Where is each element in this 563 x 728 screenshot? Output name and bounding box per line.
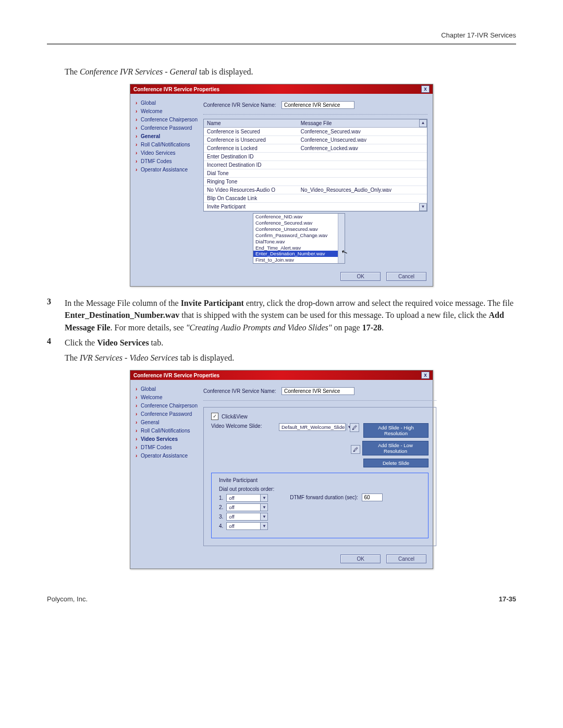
dropdown-item[interactable]: DialTone.wav: [253, 239, 345, 245]
table-header-name: Name: [204, 119, 298, 128]
sidebar-item[interactable]: Global: [136, 99, 198, 107]
sidebar-item[interactable]: Global: [136, 385, 198, 393]
table-cell: Invite Participant: [204, 203, 298, 211]
sidebar-item[interactable]: General: [136, 132, 198, 141]
table-row[interactable]: Incorrect Destination ID: [204, 161, 427, 169]
table-row[interactable]: Conference is SecuredConference_Secured.…: [204, 128, 427, 136]
protocol-number: 3.: [219, 514, 223, 520]
invite-participant-box: Invite Participant Dial out protocols or…: [211, 473, 429, 538]
add-slide-high-button[interactable]: Add Slide - High Resolution: [363, 423, 429, 438]
sidebar-item[interactable]: Conference Password: [136, 124, 198, 132]
ok-button[interactable]: OK: [340, 554, 381, 563]
dialog-buttons: OK Cancel: [130, 551, 433, 569]
table-cell: Conference_Secured.wav: [298, 128, 427, 136]
table-cell: Incorrect Destination ID: [204, 161, 298, 169]
protocol-row: 4.off▼: [219, 522, 274, 530]
close-icon[interactable]: x: [421, 372, 430, 379]
intro2-text: The IVR Services - Video Services tab is…: [65, 352, 516, 364]
protocol-number: 1.: [219, 495, 223, 501]
dropdown-item[interactable]: First_to_Join.wav: [253, 257, 345, 263]
protocol-select[interactable]: off▼: [226, 494, 268, 502]
dialog-sidebar: GlobalWelcomeConference ChairpersonConfe…: [136, 99, 198, 264]
table-row[interactable]: No Video Resources-Audio ONo_Video_Resou…: [204, 186, 427, 194]
sidebar-item[interactable]: Conference Chairperson: [136, 402, 198, 410]
sidebar-item[interactable]: General: [136, 418, 198, 427]
dtmf-duration-input[interactable]: [362, 493, 383, 501]
table-cell: [298, 194, 427, 203]
dial-order-label: Dial out protocols order:: [219, 486, 274, 492]
welcome-slide-label: Video Welcome Slide:: [211, 423, 275, 429]
dialog-main: Conference IVR Service Name: ▲ ▼ Name Me…: [203, 99, 427, 264]
sidebar-item[interactable]: Operator Assistance: [136, 166, 198, 174]
dialog-titlebar: Conference IVR Service Properties x: [130, 371, 433, 380]
sidebar-item[interactable]: Welcome: [136, 107, 198, 116]
service-name-input[interactable]: [282, 387, 354, 395]
dropdown-item[interactable]: Confirm_Password_Change.wav: [253, 232, 345, 239]
browse-icon[interactable]: 🖉: [351, 445, 360, 454]
ivr-properties-dialog-general: Conference IVR Service Properties x Glob…: [130, 84, 433, 287]
chevron-down-icon[interactable]: ▼: [260, 495, 267, 501]
table-row[interactable]: Dial Tone: [204, 169, 427, 178]
table-cell: Enter Destination ID: [204, 153, 298, 161]
dropdown-item[interactable]: Conference_Secured.wav: [253, 220, 345, 226]
service-name-label: Conference IVR Service Name:: [203, 388, 276, 394]
protocol-row: 1.off▼: [219, 494, 274, 502]
sidebar-item[interactable]: Operator Assistance: [136, 452, 198, 460]
messages-table-wrap: ▲ ▼ Name Message File Conference is Secu…: [203, 119, 427, 212]
sidebar-item[interactable]: DTMF Codes: [136, 443, 198, 452]
service-name-input[interactable]: [282, 101, 354, 109]
dialog-title: Conference IVR Service Properties: [133, 87, 219, 92]
dialog-title: Conference IVR Service Properties: [133, 373, 219, 378]
close-icon[interactable]: x: [421, 85, 430, 93]
protocol-select[interactable]: off▼: [226, 513, 268, 521]
scroll-up-icon[interactable]: ▲: [419, 119, 427, 127]
table-row[interactable]: Conference is LockedConference_Locked.wa…: [204, 144, 427, 153]
protocol-select[interactable]: off▼: [226, 522, 268, 530]
cancel-button[interactable]: Cancel: [386, 272, 426, 281]
scroll-down-icon[interactable]: ▼: [419, 203, 427, 211]
sidebar-item[interactable]: Conference Chairperson: [136, 116, 198, 124]
messages-table: Name Message File Conference is SecuredC…: [204, 119, 427, 211]
chevron-down-icon[interactable]: ▼: [260, 504, 267, 511]
protocol-select[interactable]: off▼: [226, 503, 268, 511]
table-cell: [298, 153, 427, 161]
table-cell: Conference is Secured: [204, 128, 298, 136]
table-header-file: Message File: [298, 119, 427, 128]
sidebar-item[interactable]: Video Services: [136, 149, 198, 157]
dropdown-item[interactable]: Conference_NID.wav: [253, 214, 345, 220]
chevron-down-icon[interactable]: ▼: [260, 513, 267, 520]
ok-button[interactable]: OK: [340, 272, 381, 281]
browse-icon[interactable]: 🖉: [350, 423, 359, 432]
table-cell: [298, 178, 427, 186]
cancel-button[interactable]: Cancel: [386, 554, 426, 563]
welcome-slide-select[interactable]: Default_MR_Welcome_Slide ▼: [279, 423, 346, 431]
table-row[interactable]: Conference is UnsecuredConference_Unsecu…: [204, 136, 427, 144]
sidebar-item[interactable]: Conference Password: [136, 410, 198, 418]
chevron-down-icon[interactable]: ▼: [260, 523, 267, 529]
ivr-properties-dialog-video: Conference IVR Service Properties x Glob…: [130, 370, 433, 569]
step-body: In the Message File column of the Invite…: [65, 297, 516, 334]
table-row[interactable]: Blip On Cascade Link: [204, 194, 427, 203]
click-view-checkbox[interactable]: ✓: [211, 413, 218, 420]
dropdown-item[interactable]: End_Time_Alert.wav: [253, 245, 345, 251]
sidebar-item[interactable]: Welcome: [136, 393, 198, 402]
table-row[interactable]: Enter Destination ID: [204, 153, 427, 161]
sidebar-item[interactable]: Roll Call/Notifications: [136, 427, 198, 435]
page-footer: Polycom, Inc. 17-35: [47, 595, 516, 603]
delete-slide-button[interactable]: Delete Slide: [363, 459, 429, 467]
click-view-label: Click&View: [222, 414, 248, 419]
protocol-number: 2.: [219, 504, 223, 510]
sidebar-item[interactable]: DTMF Codes: [136, 157, 198, 166]
dropdown-item[interactable]: Conference_Unsecured.wav: [253, 226, 345, 232]
table-cell: Blip On Cascade Link: [204, 194, 298, 203]
sidebar-item[interactable]: Video Services: [136, 435, 198, 443]
chapter-header: Chapter 17-IVR Services: [47, 31, 516, 39]
sidebar-item[interactable]: Roll Call/Notifications: [136, 141, 198, 149]
table-row[interactable]: Ringing Tone: [204, 178, 427, 186]
message-file-dropdown[interactable]: Conference_NID.wavConference_Secured.wav…: [253, 213, 345, 264]
add-slide-low-button[interactable]: Add Slide - Low Resolution: [362, 441, 429, 455]
intro-text: The Conference IVR Services - General ta…: [65, 66, 516, 78]
dropdown-item[interactable]: Enter_Destination_Number.wav: [253, 251, 345, 257]
table-row[interactable]: Invite Participant: [204, 203, 427, 211]
step-number: 4: [47, 337, 65, 349]
